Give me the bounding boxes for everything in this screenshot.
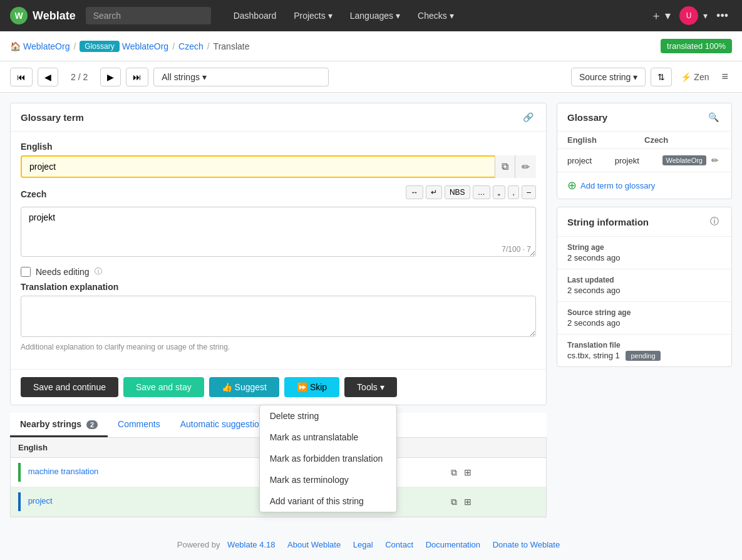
- main-layout: Glossary term 🔗 English ⧉ ✏: [0, 93, 742, 527]
- right-panel: Glossary 🔍 English Czech project projekt…: [557, 103, 732, 367]
- char-newline-button[interactable]: ↵: [426, 185, 442, 199]
- czech-textarea[interactable]: projekt: [21, 207, 536, 257]
- avatar[interactable]: U: [679, 6, 698, 25]
- footer-about-link[interactable]: About Weblate: [287, 540, 341, 549]
- navbar-dashboard[interactable]: Dashboard: [226, 6, 284, 26]
- footer-legal-link[interactable]: Legal: [353, 540, 373, 549]
- save-continue-button[interactable]: Save and continue: [21, 377, 118, 397]
- chevron-down-icon: ▾: [633, 72, 637, 82]
- navbar-languages[interactable]: Languages ▾: [343, 6, 408, 26]
- char-ellipsis-button[interactable]: …: [473, 185, 490, 199]
- tools-wrapper: Tools ▾ Delete string Mark as untranslat…: [344, 377, 397, 397]
- last-page-button[interactable]: ⏭: [126, 68, 148, 86]
- chevron-down-icon: ▾: [202, 72, 207, 82]
- prev-page-button[interactable]: ◀: [38, 68, 58, 86]
- char-squote-button[interactable]: ‚: [508, 185, 520, 199]
- needs-editing-group: Needs editing ⓘ: [21, 266, 536, 277]
- char-swap-button[interactable]: ↔: [406, 185, 423, 199]
- mark-forbidden-item[interactable]: Mark as forbidden translation: [260, 448, 396, 469]
- add-button[interactable]: ＋ ▾: [647, 4, 674, 27]
- table-cell-english: project: [11, 487, 255, 517]
- row-indicator: [18, 492, 21, 511]
- save-stay-button[interactable]: Save and stay: [123, 377, 204, 397]
- add-variant-item[interactable]: Add variant of this string: [260, 490, 396, 512]
- add-term-label: Add term to glossary: [580, 181, 655, 190]
- string-age-row: String age 2 seconds ago: [557, 237, 731, 269]
- english-input-wrapper: ⧉ ✏: [21, 155, 536, 178]
- tools-dropdown: Delete string Mark as untranslatable Mar…: [259, 405, 397, 512]
- select-row-button[interactable]: ⊞: [461, 495, 474, 508]
- link-icon-button[interactable]: 🔗: [520, 111, 536, 123]
- english-label: English: [21, 142, 536, 152]
- delete-string-item[interactable]: Delete string: [260, 405, 396, 427]
- first-page-button[interactable]: ⏮: [10, 68, 33, 86]
- plus-circle-icon: ⊕: [567, 179, 577, 192]
- footer-donate-link[interactable]: Donate to Weblate: [493, 540, 560, 549]
- char-dash-button[interactable]: –: [522, 185, 536, 199]
- card-body: English ⧉ ✏ Czech ↔: [11, 132, 546, 369]
- breadcrumb-weblateorg[interactable]: 🏠 WeblateOrg: [10, 41, 70, 51]
- skip-button[interactable]: ⏩ Skip: [284, 377, 339, 397]
- glossary-col-english: English: [567, 135, 644, 145]
- char-nbs-button[interactable]: NBS: [445, 185, 470, 199]
- col-english: English: [11, 438, 255, 458]
- mark-untranslatable-item[interactable]: Mark as untranslatable: [260, 427, 396, 448]
- footer-weblate-link[interactable]: Weblate 4.18: [227, 540, 275, 549]
- copy-source-button[interactable]: ⧉: [495, 155, 515, 178]
- english-string-link[interactable]: machine translation: [28, 467, 99, 476]
- breadcrumb-sep-2: /: [172, 41, 175, 51]
- weblate-logo-icon: W: [10, 7, 28, 24]
- english-input[interactable]: [21, 155, 536, 178]
- czech-textarea-wrapper: projekt 7/100 · 7: [21, 207, 536, 259]
- glossary-title: Glossary: [567, 112, 607, 123]
- glossary-search-button[interactable]: 🔍: [706, 111, 721, 123]
- translation-form-card: Glossary term 🔗 English ⧉ ✏: [10, 103, 547, 405]
- string-age-label: String age: [567, 243, 721, 252]
- edit-source-button[interactable]: ✏: [515, 155, 536, 178]
- footer-contact-link[interactable]: Contact: [385, 540, 413, 549]
- select-row-button[interactable]: ⊞: [461, 466, 474, 479]
- tab-nearby-strings[interactable]: Nearby strings 2: [10, 413, 108, 437]
- home-icon: 🏠: [10, 41, 21, 51]
- glossary-panel: Glossary 🔍 English Czech project projekt…: [557, 103, 732, 199]
- english-input-actions: ⧉ ✏: [495, 155, 536, 178]
- translated-badge: translated 100%: [661, 39, 732, 53]
- all-strings-filter[interactable]: All strings ▾: [153, 68, 329, 86]
- search-input[interactable]: [86, 7, 211, 24]
- source-string-age-label: Source string age: [567, 308, 721, 317]
- more-options-button[interactable]: •••: [713, 6, 732, 26]
- footer-documentation-link[interactable]: Documentation: [426, 540, 480, 549]
- char-dquote-button[interactable]: „: [493, 185, 505, 199]
- tools-button[interactable]: Tools ▾: [344, 377, 397, 397]
- sort-button[interactable]: ⇅: [651, 68, 672, 86]
- string-info-icon[interactable]: ⓘ: [708, 215, 721, 229]
- next-page-button[interactable]: ▶: [100, 68, 121, 86]
- copy-row-button[interactable]: ⧉: [448, 466, 460, 479]
- needs-editing-label: Needs editing: [36, 267, 90, 277]
- mark-terminology-item[interactable]: Mark as terminology: [260, 469, 396, 490]
- source-string-button[interactable]: Source string ▾: [571, 68, 646, 86]
- zen-mode-button[interactable]: ⚡ Zen: [677, 68, 713, 86]
- english-string-link[interactable]: project: [28, 496, 53, 506]
- navbar-checks[interactable]: Checks ▾: [410, 6, 461, 26]
- breadcrumb-czech[interactable]: Czech: [178, 41, 204, 51]
- toolbar: ⏮ ◀ 2 / 2 ▶ ⏭ All strings ▾ Source strin…: [0, 61, 742, 93]
- suggest-button[interactable]: 👍 Suggest: [209, 377, 279, 397]
- add-term-button[interactable]: ⊕ Add term to glossary: [557, 172, 731, 199]
- settings-button[interactable]: ≡: [718, 66, 732, 87]
- czech-label: Czech: [21, 189, 46, 199]
- copy-row-button[interactable]: ⧉: [448, 495, 460, 509]
- translation-file-row: Translation file cs.tbx, string 1 pendin…: [557, 334, 731, 366]
- char-count: 7/100 · 7: [502, 245, 531, 254]
- navbar-brand-label: Weblate: [33, 9, 76, 23]
- glossary-english-value: project: [567, 156, 615, 165]
- navbar-projects[interactable]: Projects ▾: [286, 6, 340, 26]
- explanation-textarea[interactable]: [21, 296, 536, 337]
- skip-icon: ⏩: [297, 382, 307, 392]
- tab-comments[interactable]: Comments: [108, 413, 170, 437]
- edit-glossary-button[interactable]: ✏: [709, 154, 721, 167]
- navbar-brand[interactable]: W Weblate: [10, 7, 76, 24]
- chevron-down-icon: ▾: [396, 11, 400, 21]
- czech-special-chars-toolbar: ↔ ↵ NBS … „ ‚ –: [406, 185, 536, 199]
- needs-editing-checkbox[interactable]: [21, 267, 31, 277]
